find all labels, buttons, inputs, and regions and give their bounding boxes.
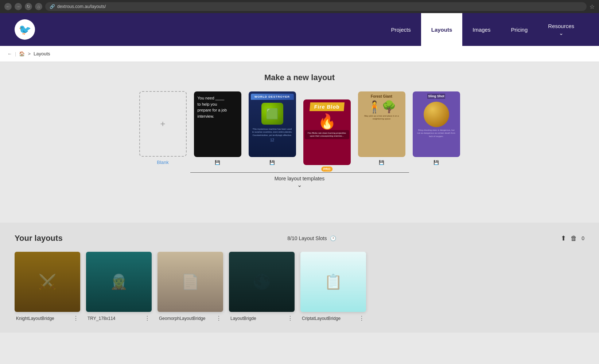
- trash-icon[interactable]: 🗑: [571, 235, 577, 242]
- back-button[interactable]: ←: [4, 3, 12, 10]
- sling-shot-save-icon: 💾: [433, 160, 439, 165]
- resources-chevron-icon: ⌄: [559, 30, 564, 36]
- breadcrumb: ← | 🏠 > Layouts: [0, 46, 599, 62]
- url-favicon: 🔗: [50, 4, 55, 9]
- knight-more-button[interactable]: ⋮: [73, 315, 79, 322]
- pro-badge: PRO: [321, 167, 333, 172]
- bookmark-star-icon[interactable]: ☆: [590, 3, 595, 10]
- template-world-destroyer[interactable]: WORLD DESTROYER 🟩 This mysterious machin…: [249, 91, 296, 165]
- knight-footer: KnightLayoutBridge ⋮: [15, 315, 80, 322]
- url-bar[interactable]: 🔗 dextrous.com.au/layouts/: [45, 2, 587, 11]
- layout-item-geomorph: 📄 GeomorphLayoutBridge ⋮: [157, 252, 223, 322]
- bridge-footer: LayoutBrigde ⋮: [229, 315, 295, 322]
- ss-description: Sling shooting stars is dangerous, but n…: [415, 129, 458, 138]
- nav-layouts[interactable]: Layouts: [421, 13, 463, 46]
- geomorph-more-button[interactable]: ⋮: [216, 315, 222, 322]
- black-card-save-icon: 💾: [215, 160, 220, 165]
- try-footer: TRY_178x114 ⋮: [86, 315, 152, 322]
- fb-title: Fire Blob: [310, 102, 345, 111]
- ss-orb-art: [424, 102, 449, 127]
- template-fire-blob[interactable]: Fire Blob 🔥 Fire Blobs rain down burning…: [303, 99, 351, 165]
- site-logo[interactable]: 🐦: [15, 19, 35, 40]
- main-nav: 🐦 Projects Layouts Images Pricing Resour…: [0, 13, 599, 46]
- more-templates-label: More layout templates: [275, 176, 325, 181]
- template-black-card[interactable]: You need ____to help youprepare for a jo…: [194, 91, 241, 165]
- nav-pricing[interactable]: Pricing: [501, 13, 538, 46]
- criptat-card-preview[interactable]: 📋: [300, 252, 366, 312]
- fg-title: Forest Giant: [371, 94, 392, 98]
- criptat-more-button[interactable]: ⋮: [359, 315, 365, 322]
- url-text: dextrous.com.au/layouts/: [57, 4, 106, 9]
- breadcrumb-back-icon[interactable]: ←: [7, 51, 12, 56]
- fg-description: May pick up a tree and place it on a nei…: [361, 114, 402, 121]
- template-sling-shot[interactable]: Sling Shot Sling shooting stars is dange…: [413, 91, 460, 165]
- layout-item-bridge: 🌑 LayoutBrigde ⋮: [229, 252, 295, 322]
- browser-chrome: ← → ↻ ⌂ 🔗 dextrous.com.au/layouts/ ☆: [0, 0, 599, 13]
- criptat-name: CriptatLayoutBridge: [302, 316, 341, 321]
- forward-button[interactable]: →: [15, 3, 22, 10]
- blank-card[interactable]: +: [139, 91, 187, 157]
- reload-button[interactable]: ↻: [25, 3, 32, 10]
- bridge-name: LayoutBrigde: [230, 316, 256, 321]
- make-layout-title: Make a new layout: [15, 73, 584, 82]
- forest-giant-save-icon: 💾: [379, 160, 384, 165]
- template-forest-giant[interactable]: Forest Giant 🧍🌳 May pick up a tree and p…: [358, 91, 405, 165]
- history-icon: 🕐: [330, 235, 336, 241]
- upload-icon[interactable]: ⬆: [561, 234, 566, 242]
- wd-description: This mysterious machine has been used to…: [251, 128, 294, 137]
- template-blank[interactable]: + Blank: [139, 91, 187, 165]
- breadcrumb-divider: |: [15, 51, 16, 56]
- fg-art: 🧍🌳: [367, 100, 396, 114]
- wd-footer: 12: [267, 137, 277, 144]
- knight-name: KnightLayoutBridge: [16, 316, 54, 321]
- geomorph-footer: GeomorphLayoutBridge ⋮: [157, 315, 223, 322]
- make-layout-section: Make a new layout + Blank You need ____t…: [0, 62, 599, 214]
- try-more-button[interactable]: ⋮: [144, 315, 150, 322]
- section-divider: [0, 214, 599, 223]
- more-templates[interactable]: More layout templates ⌄: [15, 172, 584, 188]
- plus-icon: +: [160, 119, 165, 129]
- layout-slots-info: 8/10 Layout Slots 🕐: [287, 235, 336, 241]
- fb-art: 🔥: [318, 114, 336, 129]
- world-destroyer-preview[interactable]: WORLD DESTROYER 🟩 This mysterious machin…: [249, 91, 296, 157]
- nav-projects[interactable]: Projects: [381, 13, 421, 46]
- layouts-row: ⚔️ KnightLayoutBridge ⋮ 🧝 TRY_178x114 ⋮ …: [15, 252, 584, 322]
- ss-title: Sling Shot: [427, 94, 445, 99]
- geomorph-card-preview[interactable]: 📄: [157, 252, 223, 312]
- breadcrumb-separator: >: [28, 51, 31, 56]
- try-card-preview[interactable]: 🧝: [86, 252, 152, 312]
- blank-label: Blank: [157, 160, 169, 165]
- more-templates-chevron-icon: ⌄: [297, 181, 302, 188]
- layout-bridge-card-preview[interactable]: 🌑: [229, 252, 295, 312]
- wd-title: WORLD DESTROYER: [251, 94, 294, 100]
- world-destroyer-save-icon: 💾: [269, 160, 275, 165]
- breadcrumb-current: Layouts: [34, 51, 50, 56]
- home-button[interactable]: ⌂: [35, 3, 42, 10]
- breadcrumb-home-icon[interactable]: 🏠: [19, 51, 25, 56]
- your-layouts-header: Your layouts 8/10 Layout Slots 🕐 ⬆ 🗑 0: [15, 234, 584, 243]
- forest-giant-preview[interactable]: Forest Giant 🧍🌳 May pick up a tree and p…: [358, 91, 405, 157]
- nav-links: Projects Layouts Images Pricing Resource…: [381, 13, 584, 46]
- knight-card-preview[interactable]: ⚔️: [15, 252, 80, 312]
- templates-row: + Blank You need ____to help youprepare …: [15, 91, 584, 165]
- delete-count: 0: [582, 235, 584, 241]
- your-layouts-section: Your layouts 8/10 Layout Slots 🕐 ⬆ 🗑 0 ⚔…: [0, 223, 599, 333]
- more-templates-divider: [190, 172, 409, 173]
- layout-item-knight: ⚔️ KnightLayoutBridge ⋮: [15, 252, 80, 322]
- bridge-more-button[interactable]: ⋮: [287, 315, 293, 322]
- layout-item-criptat: 📋 CriptatLayoutBridge ⋮: [300, 252, 366, 322]
- your-layouts-title: Your layouts: [15, 234, 63, 243]
- black-card-preview[interactable]: You need ____to help youprepare for a jo…: [194, 91, 241, 157]
- fire-blob-preview[interactable]: Fire Blob 🔥 Fire Blobs rain down burning…: [303, 99, 351, 165]
- geomorph-name: GeomorphLayoutBridge: [159, 316, 205, 321]
- layout-actions: ⬆ 🗑 0: [561, 234, 584, 242]
- nav-images[interactable]: Images: [462, 13, 501, 46]
- wd-gem-art: 🟩: [261, 103, 283, 125]
- nav-resources[interactable]: Resources ⌄: [538, 13, 584, 46]
- layout-item-try: 🧝 TRY_178x114 ⋮: [86, 252, 152, 322]
- sling-shot-preview[interactable]: Sling Shot Sling shooting stars is dange…: [413, 91, 460, 157]
- criptat-footer: CriptatLayoutBridge ⋮: [300, 315, 366, 322]
- slots-text: 8/10 Layout Slots: [287, 235, 327, 241]
- fb-description: Fire Blobs rain down burning projectiles…: [305, 130, 349, 139]
- try-name: TRY_178x114: [87, 316, 116, 321]
